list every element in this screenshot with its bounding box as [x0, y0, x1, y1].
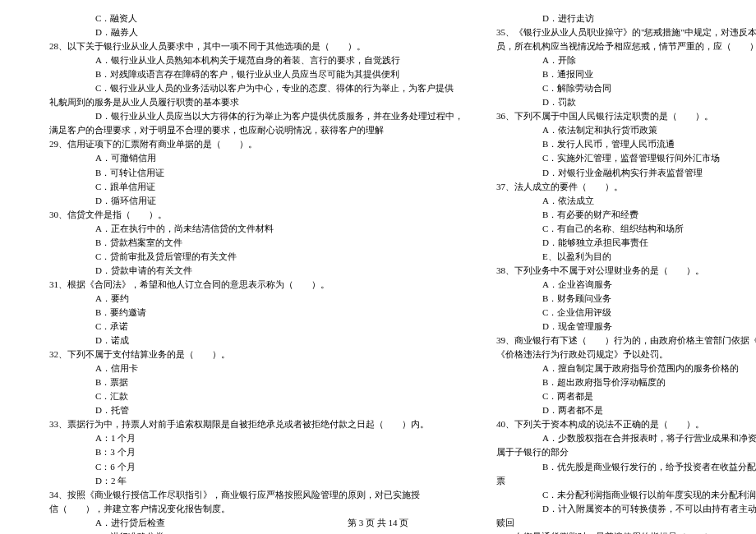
- text-line: 属于子银行的部分: [496, 445, 756, 459]
- text-line: 36、下列不属于中国人民银行法定职责的是（ ）。: [496, 109, 756, 123]
- text-line: A．擅自制定属于政府指导价范围内的服务价格的: [496, 361, 756, 375]
- text-line: 38、下列业务中不属于对公理财业务的是（ ）。: [496, 264, 756, 278]
- text-line: B．可转让信用证: [49, 166, 463, 180]
- text-line: C．有自己的名称、组织结构和场所: [496, 222, 756, 236]
- text-line: B．超出政府指导价浮动幅度的: [496, 375, 756, 389]
- text-line: B．票据: [49, 375, 463, 389]
- text-line: D．现金管理服务: [496, 320, 756, 334]
- text-line: 礼貌周到的服务是从业人员履行职责的基本要求: [49, 95, 463, 109]
- text-line: C．两者都是: [496, 389, 756, 403]
- text-line: D．融券人: [49, 25, 463, 39]
- text-line: 39、商业银行有下述（ ）行为的，由政府价格主管部门依据《中华人民共和国价格法》…: [496, 334, 756, 348]
- text-line: D：2 年: [49, 474, 463, 488]
- text-line: A．可撤销信用: [49, 151, 463, 165]
- text-line: 32、下列不属于支付结算业务的是（ ）。: [49, 348, 463, 361]
- text-line: A．要约: [49, 292, 463, 306]
- text-line: A．企业咨询服务: [496, 278, 756, 292]
- text-line: D．循环信用证: [49, 194, 463, 208]
- text-line: C．融资人: [49, 12, 463, 25]
- text-line: C．未分配利润指商业银行以前年度实现的未分配利润或未弥补亏损: [496, 488, 756, 502]
- text-line: 《价格违法行为行政处罚规定》予以处罚。: [496, 348, 756, 361]
- text-line: 员，所在机构应当视情况给予相应惩戒，情节严重的，应（ ）。: [496, 39, 756, 53]
- left-column: C．融资人D．融券人28、以下关于银行业从业人员要求中，其中一项不同于其他选项的…: [49, 12, 463, 534]
- text-line: C．汇款: [49, 389, 463, 403]
- text-line: A．依法制定和执行货币政策: [496, 123, 756, 137]
- text-line: C．实施外汇管理，监督管理银行间外汇市场: [496, 151, 756, 165]
- text-line: D．能够独立承担民事责任: [496, 236, 756, 250]
- text-line: E、以盈利为目的: [496, 250, 756, 264]
- text-line: B：3 个月: [49, 445, 463, 459]
- text-line: C：6 个月: [49, 460, 463, 474]
- text-line: 满足客户的合理要求，对于明显不合理的要求，也应耐心说明情况，获得客户的理解: [49, 123, 463, 137]
- text-line: D．计入附属资本的可转换债券，不可以由持有者主动回售未经中国银监会同意发行人不准: [496, 502, 756, 516]
- text-line: C．解除劳动合同: [496, 81, 756, 95]
- text-line: B．对残障或语言存在障碍的客户，银行业从业人员应当尽可能为其提供便利: [49, 67, 463, 81]
- text-line: A．开除: [496, 53, 756, 67]
- text-line: 信（ ），并建立客户情况变化报告制度。: [49, 502, 463, 516]
- page-footer: 第 3 页 共 14 页: [0, 517, 756, 529]
- text-line: A．少数股权指在合并报表时，将子行营业成果和净资产中，不以任何直接或间接方式归: [496, 431, 756, 445]
- text-line: D．进行走访: [496, 12, 756, 25]
- text-line: B．财务顾问业务: [496, 292, 756, 306]
- text-line: B．有必要的财产和经费: [496, 208, 756, 222]
- text-line: D．银行业从业人员应当以大方得体的行为举止为客户提供优质服务，并在业务处理过程中…: [49, 109, 463, 123]
- text-line: C．银行业从业人员的业务活动以客户为中心，专业的态度、得体的行为举止，为客户提供: [49, 81, 463, 95]
- text-line: B．发行人民币，管理人民币流通: [496, 137, 756, 151]
- text-line: C．跟单信用证: [49, 180, 463, 194]
- text-line: B．要约邀请: [49, 306, 463, 320]
- text-line: 35、《银行业从业人员职业操守》的"惩戒措施"中规定，对违反本职业操守的银行业从…: [496, 25, 756, 39]
- text-line: C．承诺: [49, 320, 463, 334]
- text-line: 票: [496, 474, 756, 488]
- text-line: D．两者都不是: [496, 403, 756, 417]
- text-line: B．贷款档案室的文件: [49, 236, 463, 250]
- text-line: 41、在衡量通货膨胀时，最普遍使用的指标是（ ）。: [496, 530, 756, 534]
- text-line: B．通报同业: [496, 67, 756, 81]
- text-line: A．银行业从业人员熟知本机构关于规范自身的着装、言行的要求，自觉践行: [49, 53, 463, 67]
- text-line: 31、根据《合同法》，希望和他人订立合同的意思表示称为（ ）。: [49, 278, 463, 292]
- text-line: C．企业信用评级: [496, 306, 756, 320]
- right-column: D．进行走访35、《银行业从业人员职业操守》的"惩戒措施"中规定，对违反本职业操…: [496, 12, 756, 534]
- text-line: 30、信贷文件是指（ ）。: [49, 208, 463, 222]
- text-line: 34、按照《商业银行授信工作尽职指引》，商业银行应严格按照风险管理的原则，对已实…: [49, 488, 463, 502]
- text-line: D．罚款: [496, 95, 756, 109]
- text-line: D．对银行业金融机构实行并表监督管理: [496, 166, 756, 180]
- text-line: B．进行准确分类: [49, 530, 463, 534]
- text-line: 40、下列关于资本构成的说法不正确的是（ ）。: [496, 417, 756, 431]
- text-line: 37、法人成立的要件（ ）。: [496, 180, 756, 194]
- text-line: 29、信用证项下的汇票附有商业单据的是（ ）。: [49, 137, 463, 151]
- text-line: D．诺成: [49, 334, 463, 348]
- text-line: D．贷款申请的有关文件: [49, 264, 463, 278]
- text-line: B．优先股是商业银行发行的，给予投资者在收益分配、剩余资产分配等方面优先权利的股: [496, 460, 756, 474]
- text-line: D．托管: [49, 403, 463, 417]
- text-line: C．贷前审批及贷后管理的有关文件: [49, 250, 463, 264]
- text-line: A：1 个月: [49, 431, 463, 445]
- text-line: A．正在执行中的，尚未结清信贷的文件材料: [49, 222, 463, 236]
- text-line: A．依法成立: [496, 194, 756, 208]
- text-line: 33、票据行为中，持票人对前手追索权期限是自被拒绝承兑或者被拒绝付款之日起（ ）…: [49, 417, 463, 431]
- text-line: A．信用卡: [49, 361, 463, 375]
- text-line: 28、以下关于银行业从业人员要求中，其中一项不同于其他选项的是（ ）。: [49, 39, 463, 53]
